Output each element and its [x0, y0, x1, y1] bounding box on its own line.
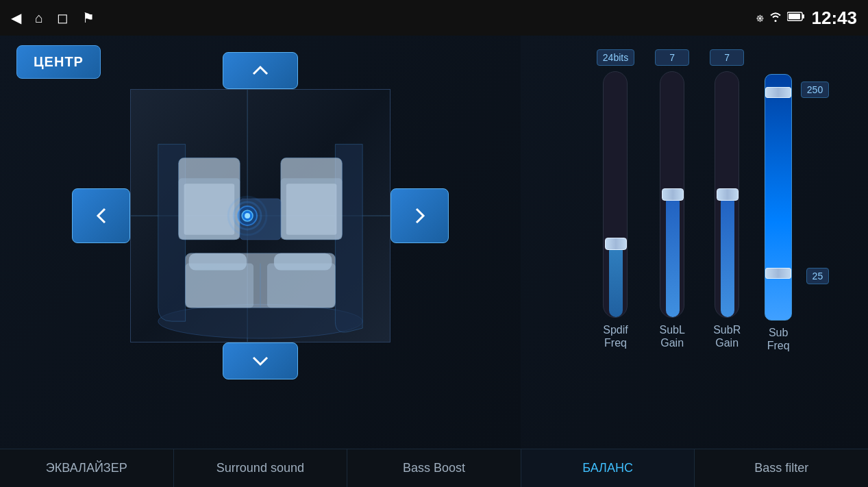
subl-label: SubLGain [659, 323, 684, 349]
subfreq-slider-group: 250 25 SubFreq [765, 49, 792, 352]
spdif-thumb[interactable] [605, 238, 627, 250]
subfreq-value-bottom: 25 [806, 268, 830, 284]
svg-rect-1 [802, 14, 804, 18]
down-button[interactable] [223, 342, 298, 379]
sliders-container: 24bits SpdifFreq 7 SubLGain [583, 49, 806, 352]
car-display [130, 89, 390, 342]
subfreq-value-top: 250 [801, 82, 829, 98]
bottom-nav: ЭКВАЛАЙЗЕР Surround sound Bass Boost БАЛ… [0, 449, 868, 487]
svg-rect-2 [789, 14, 800, 19]
spdif-slider-track[interactable] [603, 71, 628, 318]
tab-equalizer[interactable]: ЭКВАЛАЙЗЕР [0, 449, 174, 487]
tab-surround[interactable]: Surround sound [174, 449, 348, 487]
status-icons: ⎈ 12:43 [756, 8, 858, 29]
spdif-value-badge: 24bits [597, 49, 634, 66]
right-button[interactable] [390, 188, 449, 243]
signal-group: ⎈ [756, 10, 805, 26]
subfreq-label: SubFreq [767, 326, 790, 352]
subfreq-thumb-top[interactable] [765, 87, 791, 98]
svg-rect-8 [184, 184, 235, 235]
spdif-label: SpdifFreq [603, 323, 628, 349]
subr-fill [721, 195, 734, 317]
svg-rect-17 [189, 253, 247, 271]
spdif-fill [609, 244, 623, 317]
flag-icon[interactable]: ⚑ [82, 10, 95, 26]
back-icon[interactable]: ◀ [11, 10, 21, 26]
subl-thumb[interactable] [662, 188, 684, 201]
left-button[interactable] [72, 188, 130, 243]
right-panel: 24bits SpdifFreq 7 SubLGain [521, 36, 868, 449]
direction-controls [72, 52, 449, 379]
svg-point-5 [158, 304, 362, 338]
subl-slider-group: 7 SubLGain [655, 49, 689, 349]
subfreq-slider-track[interactable]: 250 25 [765, 74, 792, 321]
subr-thumb[interactable] [717, 188, 739, 201]
wifi-icon [768, 10, 783, 26]
subr-value-badge: 7 [710, 49, 744, 66]
nav-icons: ◀ ⌂ ◻ ⚑ [11, 10, 95, 26]
battery-icon [787, 11, 805, 25]
left-panel: ЦЕНТР [0, 36, 521, 449]
svg-rect-11 [286, 184, 337, 235]
multitask-icon[interactable]: ◻ [57, 10, 69, 26]
subl-value-badge: 7 [655, 49, 689, 66]
tab-bassboost[interactable]: Bass Boost [347, 449, 521, 487]
subr-slider-group: 7 SubRGain [710, 49, 744, 349]
tab-balance[interactable]: БАЛАНС [521, 449, 695, 487]
tab-bassfilter[interactable]: Bass filter [695, 449, 868, 487]
subl-fill [666, 195, 680, 317]
svg-rect-18 [274, 253, 332, 271]
status-bar: ◀ ⌂ ◻ ⚑ ⎈ 12:43 [0, 0, 868, 36]
subfreq-thumb-bottom[interactable] [765, 268, 791, 279]
svg-point-21 [245, 213, 250, 218]
bluetooth-icon: ⎈ [756, 11, 764, 25]
spdif-slider-group: 24bits SpdifFreq [597, 49, 634, 349]
middle-row [72, 89, 449, 342]
subr-label: SubRGain [713, 323, 741, 349]
main-content: ЦЕНТР [0, 36, 868, 449]
subl-slider-track[interactable] [660, 71, 684, 318]
home-icon[interactable]: ⌂ [35, 10, 43, 26]
subr-slider-track[interactable] [715, 71, 739, 318]
up-button[interactable] [223, 52, 298, 89]
time-display: 12:43 [812, 8, 858, 29]
